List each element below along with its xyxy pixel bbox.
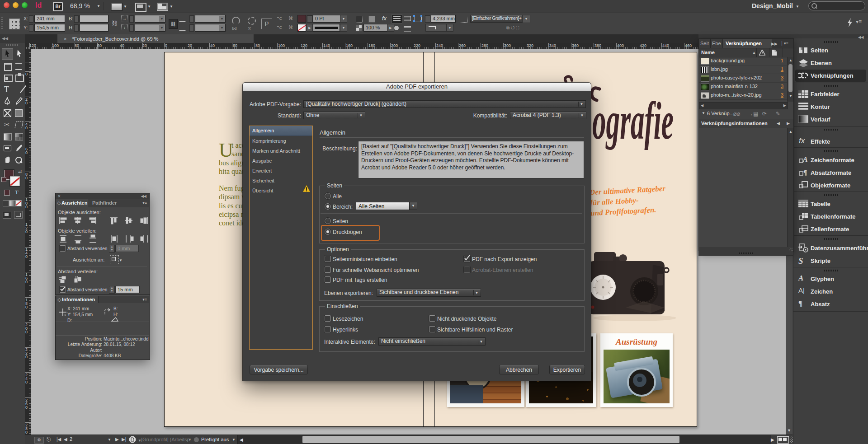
svg-text:A: A: [802, 155, 808, 163]
svg-text:ografie: ografie: [592, 91, 674, 150]
svg-text:¶: ¶: [803, 169, 807, 176]
